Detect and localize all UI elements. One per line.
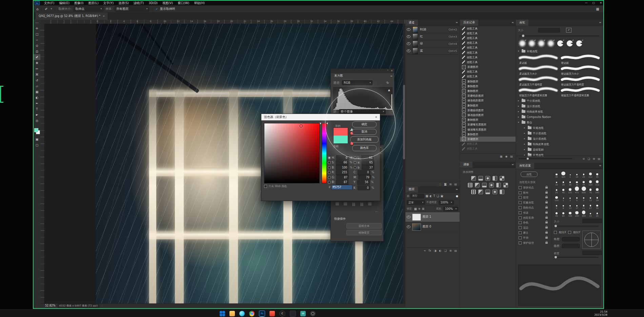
chevron-icon[interactable]: ▸	[518, 110, 520, 113]
radio-icon[interactable]	[328, 176, 331, 179]
panel-menu-icon[interactable]: ≡	[456, 21, 458, 24]
hex-input[interactable]: ff5757	[331, 185, 353, 190]
zoom-tool-icon[interactable]: ◎	[34, 118, 40, 123]
close-icon[interactable]: ✕	[375, 116, 377, 119]
brush-preset[interactable]: 硬边圆压力大小	[561, 65, 601, 76]
flip-x-checkbox[interactable]	[554, 231, 557, 234]
pen-tool-icon[interactable]: ✒	[34, 100, 40, 106]
hardness-slider[interactable]	[554, 257, 599, 258]
brush-tip-cell[interactable]: 17	[573, 201, 580, 209]
chevron-icon[interactable]: ▸	[518, 116, 520, 118]
history-entry[interactable]: 画笔工具	[460, 36, 516, 40]
panel-menu-icon[interactable]: ≡	[599, 164, 601, 167]
brush-tip-shape-header[interactable]: 画笔笔尖形状	[519, 180, 536, 184]
recent-brush-tip[interactable]: ✐	[538, 40, 545, 47]
tip-size-value[interactable]	[582, 219, 602, 223]
document-tab[interactable]: QAQ_0677.jpg @ 52.8% (图层 1, RGB/8#) * ✕	[36, 13, 108, 20]
brush-folder[interactable]: ▸Composite Nation	[516, 114, 603, 120]
brush-tip-cell[interactable]: 471	[573, 186, 580, 194]
history-entry[interactable]: 新建图层	[460, 137, 516, 141]
marquee-tool-icon[interactable]: □	[34, 31, 40, 37]
taskbar-clock[interactable]: 21:54 2023/3/28	[595, 311, 607, 316]
history-brush-tool-icon[interactable]: ↺	[34, 77, 40, 83]
visibility-eye-icon[interactable]	[407, 225, 410, 228]
brush-tip-cell[interactable]: 5	[573, 194, 580, 201]
option-checkbox[interactable]	[519, 196, 522, 199]
exposure-icon[interactable]	[492, 176, 497, 181]
brush-panel-button[interactable]: 画笔	[521, 172, 538, 177]
visibility-eye-icon[interactable]	[407, 216, 410, 218]
red-app-icon[interactable]	[269, 311, 275, 316]
field-value[interactable]: 66	[336, 160, 348, 165]
chevron-icon[interactable]: ▸	[518, 105, 520, 107]
scrollbar-thumb[interactable]	[403, 85, 405, 159]
brush-folder[interactable]: ▸湿介质画笔	[516, 136, 603, 141]
chevron-icon[interactable]: ▸	[524, 137, 526, 140]
brush-tip-cell[interactable]: 45	[594, 170, 601, 178]
menu-item[interactable]: 窗口(W)	[175, 1, 192, 5]
visibility-eye-icon[interactable]	[407, 35, 410, 38]
brush-folder[interactable]: ▸基础笔刷	[516, 147, 603, 152]
brush-tip-cell[interactable]: 100	[553, 194, 560, 201]
brush-tip-cell[interactable]: 20	[567, 178, 573, 186]
hand-tool-icon[interactable]: ☛	[34, 112, 40, 118]
brush-setting-option[interactable]: 双重画笔	[516, 200, 551, 205]
select-subject-button[interactable]: 选择主体	[346, 223, 382, 229]
history-entry[interactable]: 画笔工具	[460, 41, 516, 45]
brush-setting-option[interactable]: 平滑	[516, 235, 551, 240]
brush-tip-cell[interactable]: 15	[553, 178, 560, 186]
eyedropper-tool-icon[interactable]: ✐	[34, 54, 40, 60]
minimize-icon[interactable]: —	[585, 1, 588, 5]
channels-action-icon[interactable]: ◌	[439, 183, 441, 186]
color-field-cursor[interactable]	[299, 124, 303, 128]
filter-toggle-icon[interactable]: ●	[456, 195, 458, 198]
menu-item[interactable]: 图像(I)	[72, 1, 86, 5]
start-icon[interactable]	[220, 311, 225, 316]
history-entry[interactable]: 画笔工具	[460, 45, 516, 50]
brush-folder[interactable]: ▸特殊效果画笔	[516, 141, 603, 147]
brush-folder[interactable]: ▾常规画笔	[516, 48, 603, 54]
panel-menu-icon[interactable]: ≡	[511, 163, 514, 166]
brush-tip-cell[interactable]: 44	[580, 178, 587, 186]
layers-action-icon[interactable]: ⊞	[449, 249, 452, 252]
tab-layers[interactable]: 图层	[405, 186, 418, 193]
sample-size-select[interactable]: 取样点▾	[74, 6, 103, 12]
layer-row[interactable]: 图层 1	[405, 212, 460, 222]
history-entry[interactable]: 新建图层	[460, 65, 516, 70]
layers-action-icon[interactable]: fx	[428, 249, 431, 252]
distribute-icon[interactable]	[360, 203, 363, 206]
close-icon[interactable]: ✕	[600, 1, 602, 5]
tab-histogram[interactable]: 直方图	[331, 73, 346, 78]
chevron-icon[interactable]: ▸	[524, 148, 526, 151]
layer-filter-icon[interactable]: ▦	[425, 194, 428, 198]
brush-folder[interactable]: ▸特殊效果画笔	[516, 109, 603, 114]
distribute-icon[interactable]	[352, 203, 355, 206]
radio-icon[interactable]	[328, 161, 331, 164]
gradient-map-icon[interactable]	[492, 190, 497, 194]
lock-icon[interactable]: ✛	[418, 207, 421, 211]
brush-setting-option[interactable]: 保护纹理	[516, 240, 551, 245]
tab-brushes[interactable]: 画笔	[516, 20, 528, 26]
option-checkbox[interactable]	[519, 201, 522, 204]
channels-action-icon[interactable]: ▤	[454, 183, 457, 186]
brush-tip-cell[interactable]: 45	[560, 186, 567, 194]
history-entry[interactable]: 修改色阶图层	[460, 98, 516, 103]
layers-action-icon[interactable]: ▤	[454, 249, 457, 252]
close-icon[interactable]: ✕	[391, 70, 393, 72]
lasso-tool-icon[interactable]: ∽	[34, 37, 40, 43]
tip-size-slider[interactable]	[554, 226, 599, 226]
history-entry[interactable]: 修改曝光度图层	[460, 127, 516, 132]
field-value[interactable]: 61	[361, 155, 374, 160]
history-entry[interactable]: 删除图层	[460, 88, 516, 93]
blend-mode-select[interactable]: 正常▾	[407, 200, 425, 205]
field-value[interactable]: 100	[336, 165, 348, 170]
hardness-value[interactable]	[582, 251, 602, 255]
menu-item[interactable]: 选择(S)	[116, 1, 131, 5]
layers-action-icon[interactable]: ◐	[439, 249, 442, 252]
selective-color-icon[interactable]	[500, 190, 504, 194]
history-entry[interactable]: 删除图层	[460, 118, 516, 122]
brushes-action-icon[interactable]: ▤	[598, 157, 600, 160]
history-entry[interactable]: 删除图层	[460, 132, 516, 137]
roundness-value[interactable]	[562, 244, 580, 248]
brush-tip-cell[interactable]: 19	[594, 194, 601, 201]
